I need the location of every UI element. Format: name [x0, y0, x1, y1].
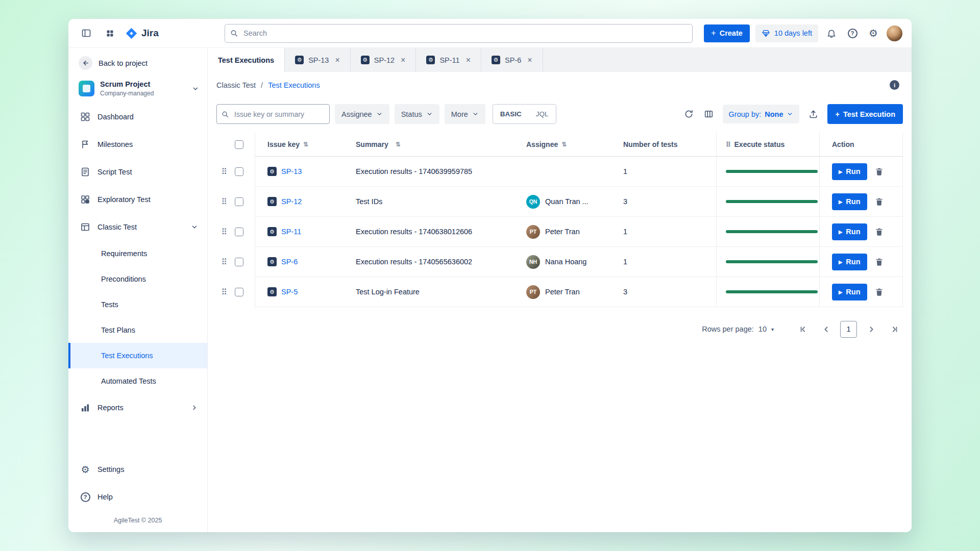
sidebar-item-requirements[interactable]: Requirements [68, 241, 207, 266]
sidebar-toggle-icon[interactable] [79, 26, 94, 41]
tab-bar: Test Executions ⚙ SP-13 × ⚙ SP-12 × ⚙ SP… [208, 48, 912, 72]
delete-icon[interactable] [874, 287, 884, 297]
issue-key-link[interactable]: SP-13 [281, 167, 302, 176]
back-to-project-button[interactable]: Back to project [68, 55, 207, 76]
summary-cell[interactable]: Execution results - 1740638012606 [341, 217, 511, 247]
number-of-tests-cell: 1 [608, 217, 716, 247]
breadcrumb-current[interactable]: Test Executions [268, 81, 320, 89]
sidebar-item-classic-test[interactable]: Classic Test [68, 213, 207, 241]
columns-icon[interactable] [703, 108, 715, 120]
create-button[interactable]: + Create [704, 24, 749, 42]
header-assignee[interactable]: Assignee ⇅ [511, 133, 608, 157]
delete-icon[interactable] [874, 167, 884, 177]
sort-icon[interactable]: ⇅ [561, 141, 567, 148]
tab-sp-11[interactable]: ⚙ SP-11 × [416, 48, 481, 72]
tab-sp-12[interactable]: ⚙ SP-12 × [351, 48, 416, 72]
execute-status-bar [726, 230, 818, 233]
drag-handle[interactable]: ⠿ [221, 197, 227, 207]
sort-icon[interactable]: ⇅ [303, 141, 308, 148]
close-icon[interactable]: × [335, 56, 339, 65]
drag-handle[interactable]: ⠿ [221, 287, 227, 297]
summary-cell[interactable]: Test IDs [341, 187, 511, 217]
close-icon[interactable]: × [401, 56, 405, 65]
delete-icon[interactable] [874, 257, 884, 267]
test-execution-icon: ⚙ [267, 287, 277, 296]
drag-handle[interactable]: ⠿ [221, 227, 227, 237]
status-filter-dropdown[interactable]: Status [395, 104, 439, 124]
jql-mode-toggle[interactable]: JQL [529, 105, 556, 123]
run-button[interactable]: ▶ Run [832, 163, 867, 180]
more-filter-dropdown[interactable]: More [445, 104, 485, 124]
run-button[interactable]: ▶ Run [832, 284, 867, 300]
assignee-filter-dropdown[interactable]: Assignee [335, 104, 389, 124]
execute-status-bar [726, 260, 818, 263]
sidebar-item-reports[interactable]: Reports [68, 394, 207, 421]
project-switcher[interactable]: Scrum Project Company-managed [68, 76, 207, 103]
row-checkbox[interactable] [235, 288, 243, 296]
row-checkbox[interactable] [235, 228, 243, 236]
row-checkbox[interactable] [235, 167, 243, 176]
sidebar-item-tests[interactable]: Tests [68, 292, 207, 317]
summary-cell[interactable]: Execution results - 1740639959785 [341, 157, 511, 187]
summary-cell[interactable]: Test Log-in Feature [341, 277, 511, 307]
last-page-button[interactable] [886, 320, 903, 338]
sidebar-item-help[interactable]: ? Help [68, 483, 207, 511]
current-page-button[interactable]: 1 [840, 321, 857, 338]
tab-test-executions[interactable]: Test Executions [208, 48, 285, 72]
row-checkbox[interactable] [235, 258, 243, 266]
jira-logo[interactable]: Jira [126, 28, 159, 39]
sidebar-item-automated-tests[interactable]: Automated Tests [68, 368, 207, 394]
header-issue-key[interactable]: Issue key ⇅ [255, 133, 341, 157]
sidebar-item-test-executions[interactable]: Test Executions [68, 343, 207, 368]
refresh-icon[interactable] [683, 108, 695, 120]
help-icon[interactable]: ? [845, 26, 860, 41]
breadcrumb-parent[interactable]: Classic Test [216, 81, 256, 89]
issue-search-input[interactable] [216, 104, 330, 124]
run-button[interactable]: ▶ Run [832, 254, 867, 270]
drag-handle[interactable]: ⠿ [221, 167, 227, 177]
tab-sp-6[interactable]: ⚙ SP-6 × [481, 48, 543, 72]
sidebar-item-preconditions[interactable]: Preconditions [68, 266, 207, 292]
trial-button[interactable]: 10 days left [755, 24, 818, 42]
issue-key-link[interactable]: SP-12 [281, 197, 302, 206]
delete-icon[interactable] [874, 197, 884, 207]
tab-sp-13[interactable]: ⚙ SP-13 × [285, 48, 351, 72]
info-icon[interactable]: i [890, 80, 899, 90]
sidebar-item-dashboard[interactable]: Dashboard [68, 103, 207, 131]
settings-icon[interactable]: ⚙ [866, 26, 881, 41]
issue-key-link[interactable]: SP-5 [281, 288, 298, 296]
sidebar-item-test-plans[interactable]: Test Plans [68, 317, 207, 343]
group-by-dropdown[interactable]: Group by: None [723, 105, 800, 123]
issue-key-link[interactable]: SP-11 [281, 228, 301, 236]
notifications-icon[interactable] [824, 26, 839, 41]
header-summary[interactable]: Summary ⇅ [341, 133, 511, 157]
delete-icon[interactable] [874, 227, 884, 237]
first-page-button[interactable] [794, 320, 812, 338]
sidebar-item-script-test[interactable]: Script Test [68, 158, 207, 186]
summary-cell[interactable]: Execution results - 1740565636002 [341, 247, 511, 277]
global-search-input[interactable] [225, 24, 693, 43]
export-icon[interactable] [807, 108, 819, 120]
sidebar-item-milestones[interactable]: Milestones [68, 131, 207, 158]
add-test-execution-button[interactable]: + Test Execution [827, 104, 903, 124]
drag-column-icon[interactable]: ⠿ [726, 141, 731, 148]
close-icon[interactable]: × [466, 56, 471, 65]
basic-mode-toggle[interactable]: BASIC [493, 105, 529, 123]
rows-per-page[interactable]: Rows per page: 10 ▾ [702, 325, 774, 333]
sidebar-item-exploratory-test[interactable]: Exploratory Test [68, 186, 207, 213]
drag-handle[interactable]: ⠿ [221, 257, 227, 267]
jira-logo-icon [126, 28, 137, 39]
sidebar-item-settings[interactable]: ⚙ Settings [68, 456, 207, 483]
app-switcher-icon[interactable] [102, 26, 117, 41]
next-page-button[interactable] [863, 320, 880, 338]
run-button[interactable]: ▶ Run [832, 193, 867, 210]
sort-icon[interactable]: ⇅ [396, 141, 401, 148]
run-button[interactable]: ▶ Run [832, 223, 867, 240]
issue-key-link[interactable]: SP-6 [281, 258, 298, 266]
previous-page-button[interactable] [817, 320, 835, 338]
table-tools: Group by: None + Test Execution [683, 104, 903, 124]
row-checkbox[interactable] [235, 197, 243, 206]
close-icon[interactable]: × [527, 56, 532, 65]
user-avatar[interactable] [887, 26, 902, 41]
select-all-checkbox[interactable] [235, 140, 243, 149]
